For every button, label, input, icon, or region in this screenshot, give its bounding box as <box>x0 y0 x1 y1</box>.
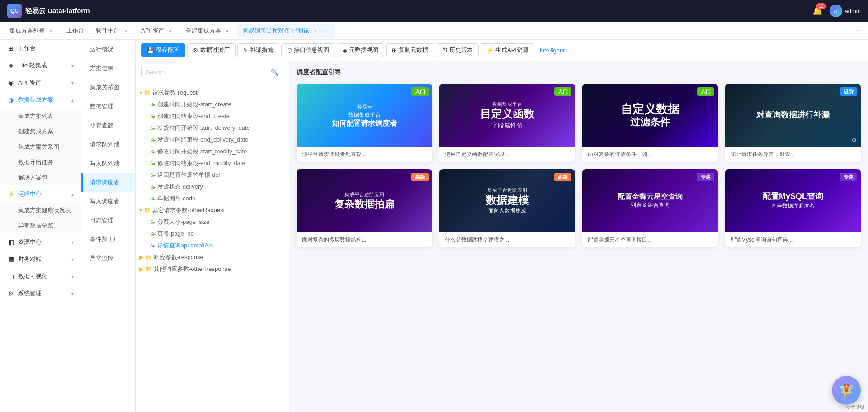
tab-create-integration[interactable]: 创建集成方案 × <box>180 24 237 38</box>
top-navigation: QC 轻易云 DataPlatform 🔔 10 A admin <box>0 0 868 22</box>
sidebar-item-data-integration[interactable]: ◑ 数据集成方案 ▴ <box>0 91 81 109</box>
chevron-down-icon: ▾ <box>71 274 74 279</box>
save-label: 保存配置 <box>156 46 179 54</box>
tab-close-icon[interactable]: × <box>167 27 174 34</box>
sidebar-item-workbench[interactable]: ⊞ 工作台 <box>0 40 81 57</box>
guide-card-6[interactable]: 高级 集成平台进阶应用 数据建模 面向人数据集成 什么是数据建模？建模之... <box>439 169 575 247</box>
sidebar-item-finance[interactable]: ▦ 财务对账 ▾ <box>0 251 81 268</box>
tab-software-platform[interactable]: 软件平台 × <box>90 24 135 38</box>
data-filter-button[interactable]: ⚙ 数据过滤厂 <box>187 43 236 57</box>
sidebar-item-system-mgmt[interactable]: ⚙ 系统管理 ▾ <box>0 285 81 302</box>
tree-node-other-request[interactable]: ▾ 📁 其它请求参数-otherRequest <box>136 204 289 216</box>
second-sidebar-exception-monitor[interactable]: 异常监控 <box>81 249 135 268</box>
sidebar-item-api[interactable]: ◉ API 资产 ▾ <box>0 74 81 91</box>
tab-guanyi-active[interactable]: 管易销售出库对接-已测试 × ○ <box>237 24 335 38</box>
second-sidebar-xiaoqing[interactable]: 小青查数 <box>81 116 135 135</box>
tab-pin-icon[interactable]: ○ <box>322 27 329 34</box>
tab-close-icon[interactable]: × <box>47 27 55 34</box>
sidebar-item-data-viz[interactable]: ◫ 数据可视化 ▾ <box>0 268 81 285</box>
submenu-export-task[interactable]: 数据导出任务 <box>0 155 81 170</box>
tree-node-end-delivery[interactable]: S▸ 发货时间结束段-end_delivery_date <box>136 134 289 146</box>
tree-node-end-modify[interactable]: S▸ 修改时间结束段-end_modify_date <box>136 157 289 169</box>
node-label: 其他响应参数-otherResponse <box>154 265 285 273</box>
card-title-2: 使用自定义函数配置字段... <box>439 147 575 162</box>
guide-card-1[interactable]: 入门 轻易云 数据集成平台 如何配置请求调度者 源平台请求调度者配置攻... <box>297 84 432 162</box>
tab-close-icon[interactable]: × <box>312 27 319 34</box>
intelligent-tab[interactable]: intelligent <box>536 45 568 56</box>
tree-node-page-size[interactable]: S▸ 分页大小-page_size <box>136 216 289 228</box>
second-sidebar-request-scheduler[interactable]: 请求调度者 <box>81 173 135 192</box>
user-menu[interactable]: A admin <box>830 5 861 17</box>
user-avatar: A <box>830 5 842 17</box>
guide-card-8[interactable]: 专题 配置MySQL查询 直连数据库调度者 配置Mysql查询语句直连... <box>725 169 861 247</box>
submenu-integration-list[interactable]: 集成方案列表 <box>0 109 81 124</box>
workbench-icon: ⊞ <box>7 45 14 52</box>
tab-api-assets[interactable]: API 资产 × <box>135 24 180 38</box>
guide-card-3[interactable]: 入门 自定义数据 过滤条件 面对复杂的过滤条件，如... <box>582 84 718 162</box>
top-right-area: 🔔 10 A admin <box>812 5 861 17</box>
main-layout: ⊞ 工作台 ◈ Lite 轻集成 ▾ ◉ API 资产 ▾ ◑ 数据集成方案 ▴ <box>0 40 868 412</box>
tree-node-end-create[interactable]: S▸ 创建时间结束段-end_create <box>136 110 289 122</box>
tab-more-button[interactable]: ⋮ <box>850 26 864 35</box>
second-sidebar-write-queue[interactable]: 写入队列池 <box>81 154 135 173</box>
second-sidebar-overview[interactable]: 运行概况 <box>81 40 135 59</box>
tree-node-start-delivery[interactable]: S▸ 发货时间开始段-start_delivery_date <box>136 122 289 134</box>
notification-button[interactable]: 🔔 10 <box>812 6 822 16</box>
tab-integration-list[interactable]: 集成方案列表 × <box>4 24 61 38</box>
second-sidebar-relation-graph[interactable]: 集成关系图 <box>81 78 135 97</box>
search-input-wrap[interactable]: 🔍 <box>141 66 283 78</box>
leaf-icon: S▸ <box>150 114 156 119</box>
tree-node-start-create[interactable]: S▸ 创建时间开始段-start_create <box>136 99 289 110</box>
second-sidebar-log-mgmt[interactable]: 日志管理 <box>81 211 135 230</box>
submenu-health-status[interactable]: 集成方案健康状况表 <box>0 203 81 218</box>
history-button[interactable]: ⏱ 历史版本 <box>436 43 479 57</box>
guide-card-4[interactable]: 进阶 ⚙ 对查询数据进行补漏 防止请求任务异常，对查... <box>725 84 861 162</box>
search-input[interactable] <box>146 69 268 76</box>
node-label: 分页大小-page_size <box>157 218 285 226</box>
guide-card-2[interactable]: 入门 数据集成平台 目定义函数 字段属性值 使用自定义函数配置字段... <box>439 84 575 162</box>
tree-node-del[interactable]: S▸ 返回是否作废的单据-del <box>136 169 289 181</box>
second-sidebar-request-queue[interactable]: 请求队列池 <box>81 135 135 154</box>
card-title-5: 面对复杂的多层数据结构... <box>297 232 432 247</box>
tree-node-page-no[interactable]: S▸ 页号-page_no <box>136 228 289 240</box>
card-main-text-3: 自定义数据 过滤条件 <box>617 99 683 132</box>
second-sidebar-write-scheduler[interactable]: 写入调度者 <box>81 192 135 211</box>
folder-icon: ▾ <box>139 90 142 96</box>
folder-symbol: 📁 <box>145 266 152 272</box>
guide-card-7[interactable]: 专题 配置金蝶云星空查询 列表 & 组合查询 配置金蝶云星空查询接口... <box>582 169 718 247</box>
sidebar-item-lite[interactable]: ◈ Lite 轻集成 ▾ <box>0 57 81 74</box>
leaf-icon: A▸ <box>150 243 156 248</box>
second-sidebar-plan-info[interactable]: 方案信息 <box>81 59 135 78</box>
second-sidebar-event-factory[interactable]: 事件加工厂 <box>81 230 135 249</box>
node-label: 请求参数-request <box>152 89 285 97</box>
sidebar-item-ops-center[interactable]: ⚡ 运维中心 ▴ <box>0 185 81 203</box>
sidebar-label: 财务对账 <box>18 255 42 263</box>
guide-card-5[interactable]: 高级 集成平台进阶应用 复杂数据拍扁 面对复杂的多层数据结构... <box>297 169 432 247</box>
tab-label: 集成方案列表 <box>9 27 45 35</box>
tree-node-response[interactable]: ▶ 📁 响应参数-response <box>136 251 289 263</box>
tree-node-start-modify[interactable]: S▸ 修改时间开始段-start_modify_date <box>136 146 289 157</box>
save-config-button[interactable]: 💾 保存配置 <box>141 43 185 57</box>
second-sidebar-data-mgmt[interactable]: 数据管理 <box>81 97 135 116</box>
copy-metadata-button[interactable]: ⊞ 复制元数据 <box>386 43 434 57</box>
tab-workbench[interactable]: 工作台 <box>61 24 90 38</box>
metadata-view-button[interactable]: ◈ 元数据视图 <box>337 43 384 57</box>
submenu-create-integration[interactable]: 创建集成方案 <box>0 124 81 139</box>
submenu-relation-graph[interactable]: 集成方案关系图 <box>0 139 81 155</box>
tab-close-icon[interactable]: × <box>224 27 231 34</box>
patch-button[interactable]: ✎ 补漏措施 <box>237 43 279 57</box>
tree-node-code[interactable]: S▸ 单据编号-code <box>136 193 289 204</box>
submenu-solution-pack[interactable]: 解决方案包 <box>0 170 81 185</box>
tree-node-detail-api[interactable]: A▸ 详情查询api-detailApi <box>136 240 289 251</box>
assistant-bubble[interactable]: 🧚 <box>832 376 861 405</box>
tree-node-other-response[interactable]: ▶ 📁 其他响应参数-otherResponse <box>136 263 289 275</box>
sidebar-item-resource[interactable]: ◧ 资源中心 ▾ <box>0 233 81 251</box>
tab-close-icon[interactable]: × <box>122 27 129 34</box>
assistant-label: 小青助理 <box>846 404 864 410</box>
tree-node-delivery[interactable]: S▸ 发货状态-delivery <box>136 181 289 193</box>
interface-view-button[interactable]: ⬡ 接口信息视图 <box>281 43 335 57</box>
submenu-exception-overview[interactable]: 异常数据总览 <box>0 218 81 233</box>
tree-node-request[interactable]: ▾ 📁 请求参数-request <box>136 87 289 99</box>
chevron-down-icon: ▾ <box>71 240 74 245</box>
generate-api-button[interactable]: ⚡ 生成API资源 <box>481 43 534 57</box>
